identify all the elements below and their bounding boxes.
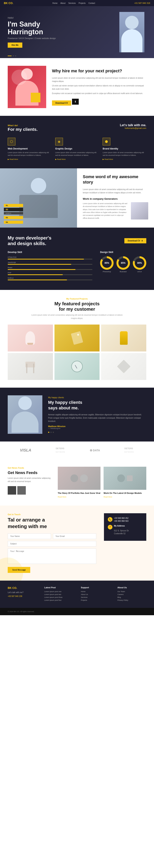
what-title: For my clients. bbox=[8, 127, 37, 132]
client-quote: Aenean sagittis aliquam adipiscing elit … bbox=[48, 413, 146, 423]
news-thumbnails bbox=[8, 486, 52, 495]
client-title: My happy clientssays about me. bbox=[48, 400, 146, 411]
hero-name-line2: Harrington bbox=[8, 28, 43, 36]
dot-1[interactable] bbox=[48, 432, 49, 433]
location-icon: 📍 bbox=[108, 525, 113, 529]
footer-link-1-1[interactable]: About Us bbox=[81, 593, 110, 595]
read-more-0[interactable]: ▶ Read More bbox=[8, 158, 18, 160]
footer-link-0-3[interactable]: Lorem ipsum post four bbox=[44, 599, 73, 601]
footer-link-0-0[interactable]: Lorem ipsum post one bbox=[44, 591, 73, 592]
skills-download-button[interactable]: Download CV ⬇ bbox=[124, 238, 146, 243]
footer-link-1-0[interactable]: Home bbox=[81, 591, 110, 592]
hero-subtitle: Freelancer UI/UX Designer | Create websi… bbox=[8, 37, 104, 39]
footer-link-2-3[interactable]: Privacy Policy bbox=[117, 599, 146, 601]
nav-projects[interactable]: Projects bbox=[79, 2, 86, 4]
skill-track-2 bbox=[8, 269, 92, 270]
contact-subject-input[interactable] bbox=[8, 541, 96, 547]
hire-me-button[interactable]: Hire Me bbox=[8, 42, 22, 48]
footer-top: BK CO. Let's talk with me? +00 587 840 2… bbox=[0, 581, 154, 608]
featured-desc: Lorem ipsum dolor sit amet consectetur a… bbox=[29, 313, 125, 320]
circle-chart-1: 85% bbox=[117, 256, 130, 270]
footer-phone: +00 587 840 238 bbox=[8, 595, 37, 597]
contact-address-row: 📍 My Address 512 S. Spruce Dr.Cookeville… bbox=[108, 525, 143, 535]
footer-link-2-1[interactable]: Careers bbox=[117, 593, 146, 595]
project-card-4[interactable] bbox=[55, 353, 100, 380]
footer-tagline: Let's talk with me? bbox=[8, 591, 37, 594]
news-thumb-1 bbox=[8, 486, 16, 495]
news-read-more-0[interactable]: Read More bbox=[58, 496, 100, 498]
project-card-0[interactable] bbox=[8, 324, 53, 351]
download-btn-label: Download CV bbox=[128, 240, 140, 242]
why-hire-image bbox=[8, 66, 46, 108]
project-card-1[interactable] bbox=[55, 324, 100, 351]
contact-title: Tal or arrange ameeting with me bbox=[8, 517, 96, 530]
contact-section: Get in Touch Tal or arrange ameeting wit… bbox=[0, 505, 154, 581]
news-read-more-1[interactable]: Read More bbox=[103, 496, 146, 498]
news-card-title-1: Work On The Latest UI Design Models bbox=[103, 492, 146, 495]
news-card-title-0: The Story Of Portfolio Has Just Gone Vir… bbox=[58, 492, 100, 495]
footer-link-0-2[interactable]: Lorem ipsum post three bbox=[44, 596, 73, 598]
footer-link-1-2[interactable]: Services bbox=[81, 596, 110, 598]
download-cv-button[interactable]: Download CV bbox=[52, 100, 71, 105]
contact-email-input[interactable] bbox=[53, 533, 96, 539]
news-title: Get News Feeds bbox=[8, 470, 52, 475]
client-person-image bbox=[8, 395, 42, 434]
footer-link-2-0[interactable]: Our Team bbox=[117, 591, 146, 592]
skill-fill-3 bbox=[8, 274, 63, 275]
skill-track-1 bbox=[8, 264, 92, 265]
footer-about-col: About Us Our Team Careers Blog Privacy P… bbox=[117, 586, 146, 602]
skill-fill-1 bbox=[8, 264, 71, 265]
footer-link-1-3[interactable]: Projects bbox=[81, 599, 110, 601]
service-name-1: Graphic Design bbox=[55, 147, 99, 150]
contact-name-input[interactable] bbox=[8, 533, 51, 539]
develop-label: Develop Skill bbox=[8, 251, 92, 253]
download-icon: ⬇ bbox=[141, 240, 143, 242]
footer-link-2-2[interactable]: Blog bbox=[117, 596, 146, 598]
logo-data: DATA bbox=[90, 449, 100, 452]
what-label: What I do! bbox=[8, 124, 18, 127]
hero-image-area bbox=[104, 12, 146, 52]
hero-name-line1: I'm Sandy bbox=[8, 20, 40, 28]
nav-services[interactable]: Services bbox=[68, 2, 76, 4]
project-card-5[interactable] bbox=[101, 353, 146, 380]
read-more-1[interactable]: ▶ Read More bbox=[55, 158, 66, 160]
talk-section: Let's talk with me. hellomarlo@gmail.com bbox=[120, 124, 146, 129]
news-desc: Lorem ipsum dolor sit amet consectetur a… bbox=[8, 476, 52, 483]
skill-track-0 bbox=[8, 259, 92, 259]
what-i-do-section: What I do! For my clients. Let's talk wi… bbox=[0, 116, 154, 168]
skill-htmlcss: HTML/CSS bbox=[8, 256, 92, 259]
footer-copyright: © 2024 BK CO. All rights reserved. bbox=[8, 611, 34, 613]
service-desc-0: Lorem ipsum dolor sit amet consectetur a… bbox=[8, 151, 52, 157]
logos-section: VISLA DETERS NETWORK DATA DETERS NETWORK bbox=[0, 441, 154, 459]
contact-phone-row: 📞 +00 568 868 452 +00 483 868 563 bbox=[108, 517, 143, 523]
read-more-2[interactable]: ▶ Read More bbox=[102, 158, 113, 160]
story-image-area: 01. 85 projects 03. 04. bbox=[0, 168, 77, 227]
testimonial-dots bbox=[48, 432, 146, 433]
nav-home[interactable]: Home bbox=[52, 2, 58, 4]
talk-email: hellomarlo@gmail.com bbox=[120, 127, 146, 129]
nav-about[interactable]: About bbox=[60, 2, 65, 4]
skills-title: My own developer'sand design skills. bbox=[8, 235, 52, 246]
why-hire-text3: Excepteur sint occaecat cupidatat non pr… bbox=[52, 92, 146, 95]
client-label: My happy clients bbox=[48, 396, 146, 399]
skill-track-3 bbox=[8, 274, 92, 275]
featured-title: My featured projectsfor my customer bbox=[8, 301, 146, 312]
project-card-3[interactable] bbox=[8, 353, 53, 380]
dot-2[interactable] bbox=[51, 432, 52, 433]
project-card-2[interactable] bbox=[101, 324, 146, 351]
form-row-1 bbox=[8, 533, 96, 539]
contact-message-input[interactable] bbox=[8, 549, 96, 564]
download-cv-icon-button[interactable]: ⬇ bbox=[72, 99, 79, 105]
service-card-0: ⬡ Web Development Lorem ipsum dolor sit … bbox=[8, 138, 52, 161]
phone-1: +00 568 868 452 bbox=[114, 517, 128, 519]
footer-link-0-1[interactable]: Lorem ipsum post two bbox=[44, 593, 73, 595]
circle-name-2: UI/UX bbox=[133, 271, 146, 273]
header-logo[interactable]: BK CO. bbox=[4, 2, 13, 5]
nav-contact[interactable]: Contact bbox=[88, 2, 95, 4]
dot-3[interactable] bbox=[53, 432, 54, 433]
circle-name-1: Illustrator bbox=[117, 271, 130, 273]
service-icon-2: ⬢ bbox=[102, 138, 110, 146]
what-title-area: What I do! For my clients. bbox=[8, 124, 37, 132]
hero-hello: Hello! bbox=[8, 17, 104, 19]
why-hire-content: Why hire me for your next project? Lorem… bbox=[52, 68, 146, 106]
